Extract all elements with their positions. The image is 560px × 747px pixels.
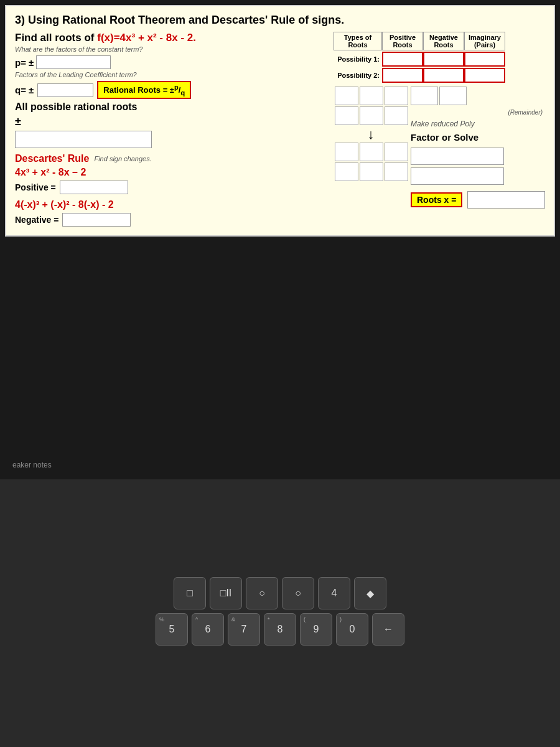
speaker-notes-text: eaker notes [12,461,52,469]
roots-x-label: Roots x = [411,192,462,207]
slide-container: 3) Using Rational Root Theorem and Desca… [5,5,555,237]
grid-row-4 [335,162,408,181]
find-roots-line: Find all roots of f(x)=4x³ + x² - 8x - 2… [15,32,329,44]
possibility-1-positive[interactable] [382,52,423,67]
negative-input[interactable] [62,213,131,227]
key-ampersand[interactable]: &7 [228,613,260,646]
poly-positive: 4x³ + x² - 8x – 2 [15,167,329,178]
reduced-row [411,87,545,105]
possibility-1-imaginary[interactable] [464,52,505,67]
roots-header: Roots [348,41,367,49]
grid-cell-2-3[interactable] [385,106,408,125]
testing-grid-area: ↓ [334,87,545,209]
possibility-2-positive[interactable] [382,68,423,83]
types-header: Types of Roots Positive Roots Negative R… [334,32,545,50]
keyboard-row-2: %5 ^6 &7 *8 (9 )0 ← [156,613,404,646]
key-circle-1[interactable]: ○ [246,577,278,609]
grid-cell-2-2[interactable] [360,106,383,125]
descartes-title: Descartes' Rule [15,153,89,164]
positive-input[interactable] [60,181,128,194]
p-input[interactable] [36,55,111,69]
factors-leading-label: Factors of the Leading Coefficient term? [15,71,329,78]
q-input[interactable] [37,83,93,97]
left-panel: Find all roots of f(x)=4x³ + x² - 8x - 2… [15,32,329,227]
p-label: p= ± [15,57,34,68]
key-close-paren[interactable]: )0 [336,613,368,646]
possibility-2-imaginary[interactable] [464,68,505,83]
factor-solve-label: Factor or Solve [411,132,545,143]
possibility-1-label: Possibility 1: [334,55,382,63]
speaker-notes: eaker notes [6,457,58,473]
what-are-text: What are the factors of the constant ter… [15,45,329,53]
grid-cell-1-1[interactable] [335,87,358,105]
key-caret[interactable]: ^6 [192,613,224,646]
grid-row-3 [335,143,408,161]
rational-roots-q: q [180,89,185,96]
grid-cell-1-2[interactable] [360,87,383,105]
all-possible-label: All possible rational roots [15,101,329,113]
grid-row-1 [335,87,408,105]
q-line: q= ± Rational Roots = ±p/q [15,81,329,99]
key-backspace[interactable]: ← [372,613,404,646]
types-of-header: Types of Roots [334,32,382,50]
make-reduced-label: Make reduced Poly [411,120,545,128]
negative-roots-header: Negative Roots [423,32,464,50]
keyboard-row-1: □ □II ○ ○ 4 ◆ [174,577,386,609]
grid-row-2 [335,106,408,125]
p-line: p= ± [15,55,329,69]
possibility-2-row: Possibility 2: [334,68,545,83]
key-window-2[interactable]: □II [210,577,242,609]
factor-solve-input-2[interactable] [411,167,504,185]
negative-line: Negative = [15,213,329,227]
positive-line: Positive = [15,181,329,194]
grid-left: ↓ [334,87,408,209]
rational-roots-box: Rational Roots = ±p/q [97,81,191,99]
possibility-2-label: Possibility 2: [334,72,382,79]
plus-minus-symbol: ± [15,115,329,128]
positive-label: Positive = [15,182,56,192]
possibility-1-negative[interactable] [423,52,464,67]
remainder-label: (Remainder) [411,109,543,116]
grid-cell-3-2[interactable] [360,143,383,161]
reduced-cell-2[interactable] [439,87,467,105]
q-label: q= ± [15,85,34,95]
negative-label: Negative = [15,215,58,225]
grid-cell-3-3[interactable] [385,143,408,161]
grid-cell-4-2[interactable] [360,162,383,181]
right-panel: Types of Roots Positive Roots Negative R… [334,32,545,227]
roots-x-input[interactable] [467,191,545,209]
find-sign-label: Find sign changes. [94,155,151,162]
grid-cell-3-1[interactable] [335,143,358,161]
rational-roots-label: Rational Roots = ± [103,86,174,95]
descartes-header: Descartes' Rule Find sign changes. [15,153,329,164]
key-diamond[interactable]: ◆ [354,577,386,609]
neg-poly: 4(-x)³ + (-x)² - 8(-x) - 2 [15,199,329,210]
down-arrow: ↓ [334,126,408,143]
keyboard-area: □ □II ○ ○ 4 ◆ %5 ^6 &7 *8 (9 )0 ← [0,479,560,747]
factor-solve-input-1[interactable] [411,148,504,165]
imaginary-header: Imaginary (Pairs) [464,32,505,50]
key-open-paren[interactable]: (9 [300,613,332,646]
grid-cell-2-1[interactable] [335,106,358,125]
key-window[interactable]: □ [174,577,206,609]
positive-roots-header: Positive Roots [382,32,423,50]
roots-x-line: Roots x = [411,191,545,209]
function-display: f(x)=4x³ + x² - 8x - 2. [97,32,196,44]
find-roots-prefix: Find all roots of [15,32,97,44]
slide-title: 3) Using Rational Root Theorem and Desca… [15,14,545,27]
possibility-1-row: Possibility 1: [334,52,545,67]
key-circle-2[interactable]: ○ [282,577,314,609]
content-area: Find all roots of f(x)=4x³ + x² - 8x - 2… [15,32,545,227]
rational-roots-p: p [174,83,179,91]
grid-cell-1-3[interactable] [385,87,408,105]
types-of-label: Types of [344,34,371,41]
key-percent[interactable]: %5 [156,613,188,646]
possibility-2-negative[interactable] [423,68,464,83]
factor-solve-area: (Remainder) Make reduced Poly Factor or … [411,87,545,209]
key-four-special[interactable]: 4 [318,577,350,609]
grid-cell-4-3[interactable] [385,162,408,181]
grid-cell-4-1[interactable] [335,162,358,181]
key-asterisk[interactable]: *8 [264,613,296,646]
all-roots-input[interactable] [15,131,152,148]
reduced-cell-1[interactable] [411,87,438,105]
